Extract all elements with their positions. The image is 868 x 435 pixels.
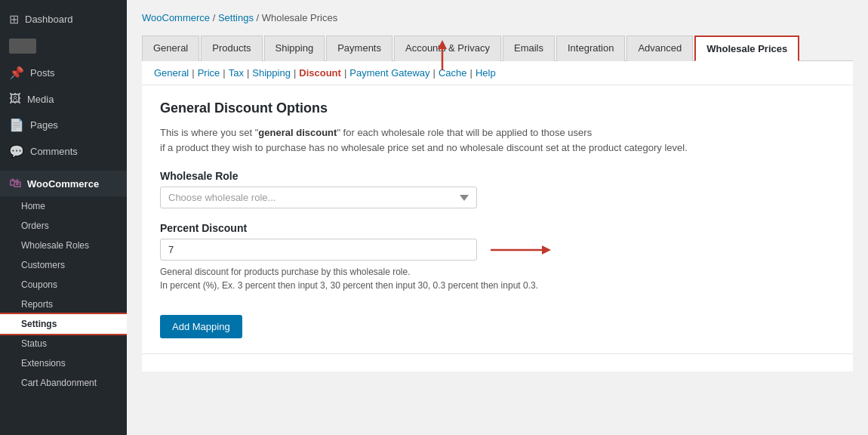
sidebar-item-reports[interactable]: Reports [0, 295, 127, 314]
wholesale-role-field: Wholesale Role Choose wholesale role... [160, 170, 835, 208]
breadcrumb: WooCommerce / Settings / Wholesale Price… [142, 12, 853, 23]
woocommerce-icon: 🛍 [9, 177, 21, 190]
dashboard-icon: ⊞ [9, 12, 19, 26]
woocommerce-header[interactable]: 🛍 WooCommerce [0, 171, 127, 196]
wholesale-role-select[interactable]: Choose wholesale role... [160, 187, 477, 208]
tab-emails[interactable]: Emails [503, 35, 555, 61]
input-arrow-annotation [491, 244, 551, 256]
sidebar-item-comments[interactable]: 💬 Comments [0, 138, 127, 165]
sidebar-item-label: Dashboard [25, 14, 73, 25]
description-text: This is where you set "general discount"… [160, 125, 835, 155]
percent-discount-field: Percent Discount General discount for pr… [160, 222, 835, 292]
sidebar-item-media[interactable]: 🖼 Media [0, 86, 127, 112]
comments-icon: 💬 [9, 144, 24, 159]
tab-products[interactable]: Products [201, 35, 262, 61]
input-row [160, 239, 835, 261]
tab-general[interactable]: General [142, 35, 199, 61]
sub-tab-general[interactable]: General [154, 67, 189, 79]
wholesale-role-label: Wholesale Role [160, 170, 835, 182]
sidebar-avatar-item [0, 32, 127, 60]
tab-advanced[interactable]: Advanced [626, 35, 693, 61]
sidebar-item-label: Comments [30, 146, 78, 157]
sidebar-item-home[interactable]: Home [0, 196, 127, 216]
sidebar-item-settings[interactable]: Settings [0, 314, 127, 334]
sidebar-item-label: Media [27, 94, 54, 105]
sub-tabs: General | Price | Tax | Shipping | Disco… [142, 61, 853, 85]
sub-tabs-container: General | Price | Tax | Shipping | Disco… [142, 61, 853, 85]
settings-tabs: General Products Shipping Payments Accou… [142, 35, 853, 61]
tab-shipping[interactable]: Shipping [264, 35, 325, 61]
woocommerce-section: 🛍 WooCommerce ◀ [0, 171, 127, 196]
sidebar-item-label: Pages [30, 119, 58, 131]
breadcrumb-woocommerce[interactable]: WooCommerce [142, 12, 210, 23]
tab-accounts-privacy[interactable]: Accounts & Privacy [394, 35, 501, 61]
sidebar-item-wholesale-roles[interactable]: Wholesale Roles [0, 236, 127, 255]
percent-discount-label: Percent Discount [160, 222, 835, 234]
section-title: General Discount Options [160, 100, 835, 116]
svg-marker-3 [542, 245, 551, 255]
woocommerce-label: WooCommerce [27, 178, 99, 190]
content-box: General Discount Options This is where y… [142, 85, 853, 353]
avatar [9, 39, 36, 54]
sidebar-item-coupons[interactable]: Coupons [0, 275, 127, 295]
main-content: WooCommerce / Settings / Wholesale Price… [127, 0, 868, 435]
pages-icon: 📄 [9, 118, 24, 132]
sidebar-item-label: Posts [30, 67, 55, 79]
sub-tab-help[interactable]: Help [476, 67, 496, 79]
percent-discount-input[interactable] [160, 239, 477, 261]
tab-wholesale-prices[interactable]: Wholesale Prices [694, 35, 799, 61]
bottom-border [142, 353, 853, 372]
sidebar: ⊞ Dashboard 📌 Posts 🖼 Media 📄 Pages 💬 Co… [0, 0, 127, 435]
description-line2: if a product they wish to purchase has n… [160, 142, 688, 153]
posts-icon: 📌 [9, 66, 24, 80]
sidebar-item-posts[interactable]: 📌 Posts [0, 60, 127, 86]
sub-tab-tax[interactable]: Tax [229, 67, 244, 79]
bold-text: general discount [258, 127, 337, 138]
sub-tab-discount[interactable]: Discount [299, 67, 341, 79]
sub-tab-payment-gateway[interactable]: Payment Gateway [349, 67, 429, 79]
tab-integration[interactable]: Integration [556, 35, 625, 61]
breadcrumb-settings[interactable]: Settings [218, 12, 254, 23]
sidebar-item-orders[interactable]: Orders [0, 216, 127, 236]
sidebar-item-customers[interactable]: Customers [0, 255, 127, 275]
sub-tab-price[interactable]: Price [198, 67, 220, 79]
media-icon: 🖼 [9, 92, 21, 106]
tab-payments[interactable]: Payments [326, 35, 392, 61]
sidebar-item-extensions[interactable]: Extensions [0, 353, 127, 373]
arrow-right-svg [491, 244, 551, 256]
sub-tab-shipping[interactable]: Shipping [252, 67, 291, 79]
sidebar-item-cart-abandonment[interactable]: Cart Abandonment [0, 373, 127, 393]
field-hint: General discount for products purchase b… [160, 265, 835, 292]
breadcrumb-current: Wholesale Prices [262, 12, 337, 23]
sidebar-item-status[interactable]: Status [0, 334, 127, 353]
add-mapping-button[interactable]: Add Mapping [160, 315, 242, 338]
sub-tab-cache[interactable]: Cache [439, 67, 467, 79]
sidebar-item-dashboard[interactable]: ⊞ Dashboard [0, 6, 127, 32]
sidebar-item-pages[interactable]: 📄 Pages [0, 112, 127, 138]
